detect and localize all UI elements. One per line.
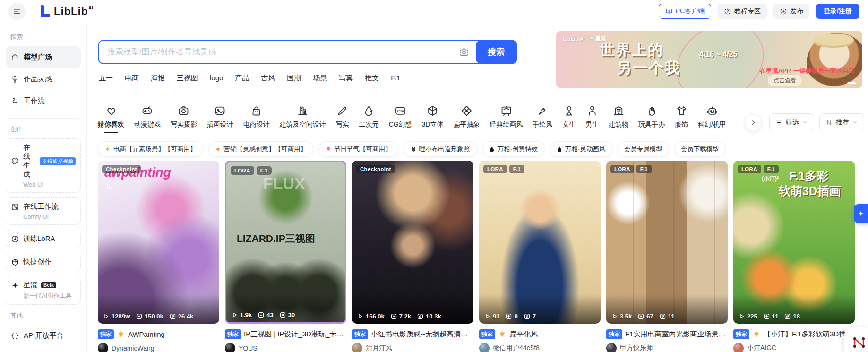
sidebar-item-在线生成[interactable]: 在线生成支持通义视频Web UI (6, 138, 81, 193)
play-icon (484, 313, 491, 320)
sidebar-item-训练LoRA[interactable]: 训练LoRA (6, 230, 81, 248)
quick-tag-国潮[interactable]: 国潮 (287, 74, 301, 83)
card-author-row[interactable]: 小汀AIGC (733, 343, 855, 352)
category-猜你喜欢[interactable]: 猜你喜欢 (98, 104, 124, 133)
model-card-image[interactable]: LORAF.13.5k6711 (606, 161, 728, 324)
card-title-text[interactable]: 扁平化风 (509, 330, 538, 339)
runs-icon (659, 313, 666, 320)
model-card-image[interactable]: LORAF.19307 (479, 161, 601, 324)
filter-chip[interactable]: 节日节气【可商用】 (318, 141, 398, 157)
category-写实摄影[interactable]: 写实摄影 (171, 104, 197, 133)
menu-button[interactable] (9, 3, 26, 20)
filter-chip[interactable]: 万相·创意特效 (482, 141, 545, 157)
author-name: DynamicWang (112, 344, 155, 352)
views-stat: 225 (738, 313, 757, 320)
download-icon (763, 313, 770, 320)
card-title-text[interactable]: F1实用电商室内光影商业场景_小... (625, 330, 728, 339)
category-插画设计[interactable]: 插画设计 (207, 104, 233, 133)
category-扁平抽象[interactable]: 扁平抽象 (453, 104, 480, 133)
quick-tag-产品[interactable]: 产品 (235, 74, 249, 83)
sidebar-item-星流[interactable]: 星流Beta新一代AI创作工具 (6, 276, 81, 305)
filter-chip[interactable]: 万相·灵动画风 (550, 141, 612, 157)
search-input[interactable] (99, 47, 459, 57)
card-title-text[interactable]: 【小汀】F.1多彩软萌3D插画 (764, 330, 853, 339)
category-建筑物[interactable]: 建筑物 (609, 104, 628, 133)
model-card[interactable]: awpaintingILCheckpoint1289w150.0k26.4k独家… (98, 161, 219, 352)
quick-tag-logo[interactable]: logo (210, 74, 223, 83)
header-button-PC客户端[interactable]: PC客户端 (659, 4, 711, 19)
categories-more-button[interactable] (745, 114, 762, 131)
category-男生[interactable]: 男生 (585, 104, 599, 133)
header-button-发布[interactable]: 发布 (773, 4, 809, 19)
sidebar-item-工作流[interactable]: 工作流 (6, 90, 81, 112)
model-card[interactable]: Checkpoint156.0k7.2k10.3k独家小红书电影质感--无损超高… (352, 161, 473, 352)
category-CG幻想[interactable]: CGCG幻想 (389, 104, 412, 133)
liblib-logo[interactable]: LibLib AI (40, 5, 93, 17)
filter-chip[interactable]: 电商【元素场景】【可商用】 (98, 141, 203, 157)
category-女生[interactable]: 女生 (562, 104, 576, 133)
banner-carousel-indicator[interactable] (847, 82, 856, 84)
category-经典绘画风[interactable]: 经典绘画风 (490, 104, 523, 133)
filter-chip[interactable]: 营销【灵感创意】【可商用】 (208, 141, 314, 157)
model-card[interactable]: FLUXLIZARD.IP三视图LORAF.11.9k4330独家IP三视图 |… (225, 161, 346, 352)
card-author-row[interactable]: 沽月汀风 (352, 343, 473, 352)
banner-cta-button[interactable]: 点击查看 (768, 75, 802, 86)
category-写实[interactable]: 写实 (336, 104, 349, 133)
model-card-image[interactable]: F.1多彩软萌3D插画(小汀)²LORAF.12251118 (733, 161, 855, 324)
sort-button[interactable]: 推荐 (819, 113, 864, 131)
sidebar-item-模型广场[interactable]: 模型广场 (6, 46, 81, 68)
floating-logo-button[interactable] (844, 327, 868, 352)
category-玩具手办[interactable]: 玩具手办 (638, 104, 665, 133)
category-科幻/机甲[interactable]: 科幻/机甲 (698, 104, 726, 133)
quick-tag-电商[interactable]: 电商 (125, 74, 139, 83)
model-type-badge: LORA (610, 165, 634, 173)
search-button[interactable]: 搜索 (476, 41, 516, 63)
card-title-text[interactable]: AWPainting (128, 330, 165, 338)
camera-search-icon[interactable] (459, 47, 469, 57)
quick-tag-F.1[interactable]: F.1 (391, 74, 400, 83)
category-建筑及空间设计[interactable]: 建筑及空间设计 (280, 104, 326, 133)
model-card[interactable]: F.1多彩软萌3D插画(小汀)²LORAF.12251118独家【小汀】F.1多… (733, 161, 855, 352)
quick-tag-五一[interactable]: 五一 (99, 74, 113, 83)
card-author-row[interactable]: YOUS (225, 343, 346, 352)
sidebar-item-在线工作流[interactable]: 在线工作流Comfy UI (6, 197, 81, 225)
card-title-text[interactable]: IP三视图 | IP设计_3D潮玩_卡通形... (244, 330, 346, 339)
quick-tag-场景[interactable]: 场景 (313, 74, 327, 83)
quick-tag-海报[interactable]: 海报 (151, 74, 165, 83)
quick-tag-古风[interactable]: 古风 (261, 74, 275, 83)
card-title-text[interactable]: 小红书电影质感--无损超高清细节 (371, 330, 473, 339)
gamepad-icon (141, 104, 154, 117)
category-二次元[interactable]: 二次元 (359, 104, 379, 133)
sidebar-item-API开放平台[interactable]: API开放平台 (6, 325, 81, 346)
network-logo-icon (851, 334, 867, 350)
model-card-image[interactable]: awpaintingILCheckpoint1289w150.0k26.4k (98, 161, 219, 324)
category-3D立体[interactable]: 3D立体 (422, 104, 444, 133)
category-服饰[interactable]: 服饰 (675, 104, 688, 133)
card-author-row[interactable]: 微信用户44e5f8 (479, 343, 601, 352)
quick-tag-推文[interactable]: 推文 (365, 74, 379, 83)
quick-tag-三视图[interactable]: 三视图 (177, 74, 198, 83)
category-动漫游戏[interactable]: 动漫游戏 (134, 104, 161, 133)
sidebar-item-作品灵感[interactable]: 作品灵感 (6, 68, 81, 90)
runs-stat: 7 (524, 313, 536, 320)
card-author-row[interactable]: DynamicWang (98, 343, 219, 352)
filter-chip[interactable]: 会员专属模型 (618, 141, 669, 157)
sidebar-item-subtitle: 新一代AI创作工具 (23, 292, 76, 300)
filter-chip[interactable]: 哩小布出道形象照 (404, 141, 477, 157)
filter-button[interactable]: 筛选 (769, 113, 814, 131)
category-电商设计[interactable]: 电商设计 (243, 104, 270, 133)
side-float-tab[interactable] (854, 204, 868, 223)
model-card[interactable]: LORAF.19307独家扁平化风微信用户44e5f8 (479, 161, 601, 352)
header-button-登录/注册[interactable]: 登录/注册 (816, 4, 859, 19)
model-card-image[interactable]: Checkpoint156.0k7.2k10.3k (352, 161, 473, 324)
promo-banner[interactable]: LibLib AI ✦ 星流 世界上的 另一个我 4/16 ~ 4/25 在星流… (556, 31, 862, 88)
model-card-image[interactable]: FLUXLIZARD.IP三视图LORAF.11.9k4330 (225, 161, 346, 324)
model-card[interactable]: LORAF.13.5k6711独家F1实用电商室内光影商业场景_小...甲方快乐… (606, 161, 728, 352)
filter-chip[interactable]: 会员下载模型 (674, 141, 726, 157)
header-button-教程专区[interactable]: 教程专区 (718, 4, 767, 19)
sort-label: 推荐 (836, 118, 849, 127)
sidebar-item-快捷创作[interactable]: 快捷创作 (6, 253, 81, 271)
card-author-row[interactable]: 甲方快乐师 (606, 343, 728, 352)
quick-tag-写真[interactable]: 写真 (339, 74, 353, 83)
category-手绘风[interactable]: 手绘风 (533, 104, 552, 133)
